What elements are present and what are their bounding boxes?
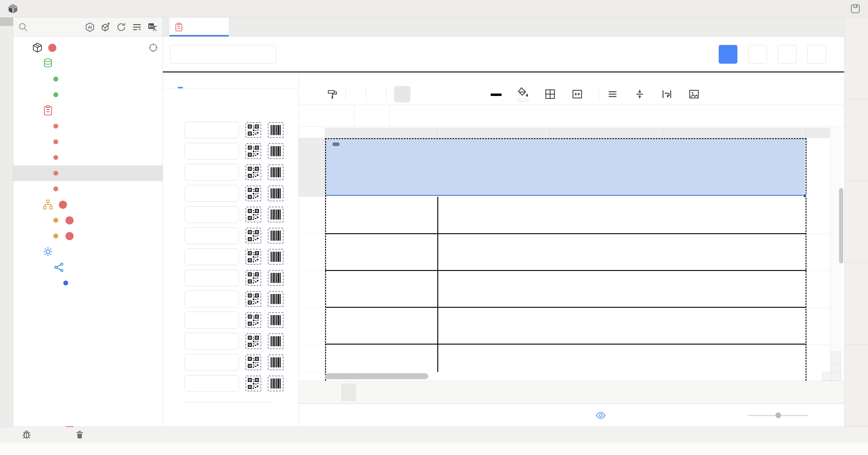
- merged-title-cell[interactable]: [326, 139, 805, 196]
- scroll-left-icon[interactable]: [822, 372, 832, 381]
- field-button[interactable]: [185, 185, 239, 202]
- tree-item-flow-events-group[interactable]: [13, 260, 162, 275]
- merge-cells-icon[interactable]: [571, 88, 583, 100]
- vertical-align-icon[interactable]: [634, 88, 645, 100]
- ai-assistant-icon[interactable]: [85, 22, 95, 32]
- insert-image-icon[interactable]: [688, 88, 700, 100]
- tree-item[interactable]: [13, 275, 162, 291]
- field-button[interactable]: [185, 375, 239, 392]
- tree-item-flows-group[interactable]: [13, 197, 162, 212]
- recycle-bin-button[interactable]: [75, 430, 88, 439]
- barcode-icon[interactable]: [268, 122, 283, 138]
- qr-code-icon[interactable]: [246, 312, 261, 328]
- row-header[interactable]: [299, 271, 325, 307]
- new-resource-icon[interactable]: [100, 22, 111, 32]
- horizontal-align-icon[interactable]: [607, 88, 618, 100]
- qr-code-icon[interactable]: [246, 143, 261, 159]
- field-button[interactable]: [185, 354, 239, 371]
- column-header[interactable]: [550, 128, 664, 138]
- spreadsheet-grid[interactable]: [299, 127, 841, 381]
- qr-code-icon[interactable]: [246, 122, 261, 138]
- view-api-link[interactable]: [596, 404, 610, 427]
- cell-value[interactable]: [437, 344, 806, 372]
- zoom-slider-handle[interactable]: [775, 413, 781, 418]
- field-button[interactable]: [185, 164, 239, 181]
- cell-value[interactable]: [437, 234, 806, 271]
- qr-code-icon[interactable]: [246, 270, 261, 286]
- bold-button[interactable]: [394, 86, 410, 102]
- qr-code-icon[interactable]: [246, 186, 261, 201]
- text-wrap-icon[interactable]: [661, 88, 673, 100]
- field-button[interactable]: [185, 333, 239, 350]
- grid-corner-cell[interactable]: [299, 128, 325, 138]
- tab-test-print-1[interactable]: [169, 18, 228, 36]
- rail-tab-thirdparty-services[interactable]: [844, 181, 868, 263]
- column-header[interactable]: [664, 128, 806, 138]
- tree-item-entities-group[interactable]: [13, 56, 162, 71]
- cell-reference-select[interactable]: [299, 105, 354, 126]
- rail-tab-data-model[interactable]: [844, 344, 868, 426]
- barcode-icon[interactable]: [268, 333, 283, 349]
- save-button[interactable]: [719, 45, 737, 64]
- scroll-right-icon[interactable]: [831, 372, 841, 381]
- cell-label[interactable]: [325, 344, 437, 372]
- qr-code-icon[interactable]: [246, 291, 261, 307]
- cell-value[interactable]: [437, 271, 806, 307]
- underline-button[interactable]: [467, 86, 483, 102]
- tree-item[interactable]: [13, 87, 162, 102]
- qr-code-icon[interactable]: [246, 164, 261, 180]
- field-button[interactable]: [185, 248, 239, 265]
- row-header[interactable]: [299, 138, 325, 197]
- refresh-icon[interactable]: [116, 22, 126, 32]
- row-header[interactable]: [299, 307, 325, 344]
- field-button[interactable]: [185, 291, 239, 307]
- save-all-icon[interactable]: [850, 3, 861, 14]
- search-input[interactable]: [31, 22, 82, 32]
- zoom-slider[interactable]: [748, 415, 808, 416]
- tree-item[interactable]: [13, 181, 162, 197]
- qr-code-icon[interactable]: [246, 249, 261, 265]
- cell-label[interactable]: [325, 307, 437, 344]
- cell-value[interactable]: [437, 307, 806, 344]
- barcode-icon[interactable]: [268, 355, 283, 370]
- tree-item[interactable]: [13, 71, 162, 87]
- strikethrough-button[interactable]: [442, 86, 459, 102]
- rail-tab-offline-resources[interactable]: [844, 99, 868, 181]
- row-header[interactable]: [299, 197, 325, 234]
- horizontal-scrollbar-thumb[interactable]: [325, 373, 428, 379]
- barcode-icon[interactable]: [268, 228, 283, 243]
- rail-tab-named-sql[interactable]: [844, 263, 868, 344]
- tree-item[interactable]: [13, 118, 162, 134]
- field-button[interactable]: [185, 312, 239, 329]
- field-button[interactable]: [185, 206, 239, 223]
- format-painter-icon[interactable]: [327, 89, 338, 99]
- column-header[interactable]: [437, 128, 550, 138]
- row-header[interactable]: [299, 344, 325, 372]
- selection-handle[interactable]: [803, 194, 807, 198]
- rail-tab-datasource[interactable]: [844, 18, 868, 99]
- cell-label[interactable]: [325, 197, 437, 234]
- sheet-tab-template[interactable]: [341, 384, 356, 401]
- qr-code-icon[interactable]: [246, 333, 261, 349]
- tree-item-pages-group[interactable]: [13, 102, 162, 118]
- rail-tab-resources[interactable]: [0, 18, 13, 26]
- debug-info-button[interactable]: [22, 430, 35, 439]
- barcode-icon[interactable]: [268, 291, 283, 307]
- tree-item[interactable]: [13, 212, 162, 228]
- field-button[interactable]: [185, 269, 239, 286]
- qr-code-icon[interactable]: [246, 207, 261, 222]
- qr-code-icon[interactable]: [246, 376, 261, 391]
- field-button[interactable]: [185, 122, 239, 139]
- row-header[interactable]: [299, 234, 325, 271]
- tree-item-project[interactable]: [13, 40, 162, 56]
- tree-item[interactable]: [13, 228, 162, 244]
- formula-input[interactable]: [390, 105, 844, 126]
- barcode-icon[interactable]: [268, 376, 283, 391]
- fill-color-button[interactable]: [517, 87, 529, 102]
- qr-code-icon[interactable]: [246, 355, 261, 370]
- tree-item-selected[interactable]: [13, 165, 162, 181]
- barcode-icon[interactable]: [268, 164, 283, 180]
- template-name-input[interactable]: [170, 45, 276, 64]
- borders-icon[interactable]: [545, 88, 556, 100]
- cell-value[interactable]: [437, 197, 806, 234]
